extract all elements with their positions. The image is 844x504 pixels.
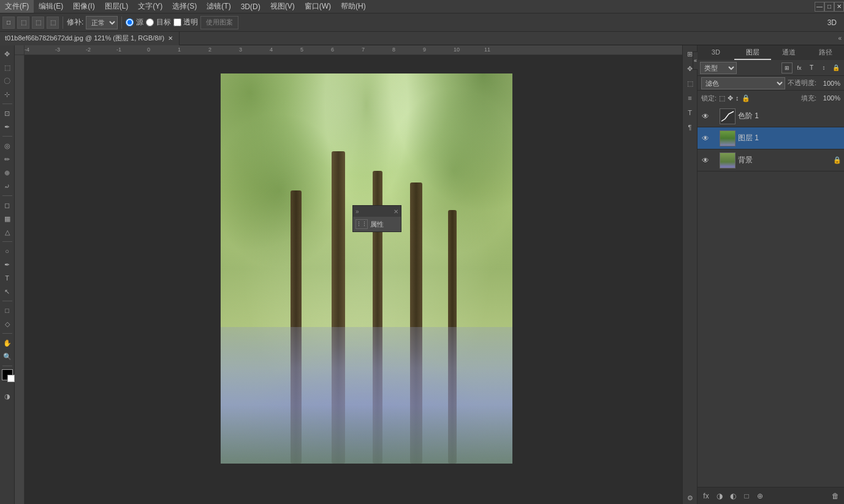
lock-icon2[interactable]: ✥: [728, 94, 733, 102]
ri-icon3[interactable]: ⬚: [684, 77, 696, 89]
menu-select[interactable]: 选择(S): [167, 0, 202, 13]
target-radio[interactable]: [146, 18, 154, 26]
tool-quick-mask[interactable]: ◑: [1, 390, 13, 402]
tool-zoom[interactable]: 🔍: [1, 350, 13, 363]
maximize-button[interactable]: □: [824, 2, 834, 12]
tab-layers[interactable]: 图层: [734, 45, 771, 60]
tool-crop[interactable]: ⊡: [1, 107, 13, 119]
canvas-tab[interactable]: t01b8ef66b782b672dd.jpg @ 121% (图层 1, RG…: [0, 32, 180, 45]
layer-thumb-curves: [720, 108, 736, 124]
foreground-color[interactable]: [2, 369, 13, 380]
menu-window[interactable]: 窗口(W): [300, 0, 336, 13]
blend-mode-select[interactable]: 滤色 正常 叠加: [701, 77, 785, 89]
menu-image[interactable]: 图像(I): [68, 0, 99, 13]
tab-channels[interactable]: 通道: [771, 45, 808, 60]
layer-visibility-bg[interactable]: 👁: [700, 156, 711, 165]
tool-select-rect[interactable]: ⬚: [1, 61, 13, 73]
create-layer-button[interactable]: ⊕: [754, 490, 766, 502]
rp-tool-text[interactable]: T: [806, 62, 817, 73]
ri-icon5[interactable]: T: [684, 107, 696, 119]
ruler-vertical: -2-1012345678910111213: [15, 55, 25, 504]
mode-select[interactable]: 正常: [86, 16, 118, 29]
fill-value[interactable]: 100%: [819, 94, 840, 102]
toolbar-shape4[interactable]: ⬚: [47, 17, 59, 29]
source-radio[interactable]: [126, 18, 134, 26]
tool-eraser[interactable]: ◻: [1, 199, 13, 211]
collapse-right[interactable]: «: [838, 35, 844, 42]
tool-spot-heal[interactable]: ◎: [1, 140, 13, 152]
tool-lasso[interactable]: 〇: [1, 75, 13, 87]
menu-filter[interactable]: 滤镜(T): [202, 0, 235, 13]
tool-hand[interactable]: ✋: [1, 337, 13, 349]
close-button[interactable]: ✕: [834, 2, 844, 12]
ri-icon6[interactable]: ¶: [684, 121, 696, 134]
svg-rect-0: [720, 109, 735, 124]
toolbar-shape2[interactable]: ⬚: [17, 17, 29, 29]
layer-item-curves[interactable]: 👁 色阶 1: [698, 105, 844, 127]
target-label: 目标: [156, 17, 171, 28]
create-adjustment-button[interactable]: ◐: [727, 490, 739, 502]
lock-icon1[interactable]: ⬚: [719, 94, 725, 102]
add-mask-button[interactable]: ◑: [713, 490, 726, 502]
menu-edit[interactable]: 编辑(E): [34, 0, 68, 13]
tool-eyedropper[interactable]: ✒: [1, 121, 13, 133]
tool-3d[interactable]: ◇: [1, 318, 13, 330]
fp-icon1[interactable]: ⋮⋮: [355, 219, 368, 229]
tool-path-select[interactable]: ↖: [1, 285, 13, 298]
canvas-area: -4-3-2-101234567891011 -2-10123456789101…: [15, 45, 682, 504]
layer-item-bg[interactable]: 👁 背景 🔒: [698, 149, 844, 171]
menu-file[interactable]: 文件(F): [0, 0, 34, 13]
layer-list: 👁 色阶 1 👁 图层 1 👁: [698, 105, 844, 487]
rp-tool-img[interactable]: ⊞: [781, 62, 793, 73]
toolbar: □ ⬚ ⬚ ⬚ 修补: 正常 源 目标 透明 使用图案 3D: [0, 13, 844, 32]
layers-bottom-toolbar: fx ◑ ◐ □ ⊕ 🗑: [698, 487, 844, 504]
menu-3d[interactable]: 3D(D): [236, 1, 265, 12]
opacity-value[interactable]: 100%: [819, 80, 840, 87]
menu-help[interactable]: 帮助(H): [336, 0, 371, 13]
tool-shape[interactable]: □: [1, 304, 13, 317]
tool-gradient[interactable]: ▦: [1, 213, 13, 225]
tool-pen[interactable]: ✒: [1, 258, 13, 271]
use-pattern-button[interactable]: 使用图案: [200, 16, 238, 29]
tool-brush[interactable]: ✏: [1, 153, 13, 165]
menu-layer[interactable]: 图层(L): [100, 0, 134, 13]
delete-layer-button[interactable]: 🗑: [829, 490, 842, 502]
rp-tool-arrow[interactable]: ↕: [818, 62, 829, 73]
create-group-button[interactable]: □: [740, 490, 753, 502]
3d-label: 3D: [827, 18, 837, 27]
ri-icon4[interactable]: ≡: [684, 92, 696, 104]
collapse-panel-button[interactable]: «: [693, 51, 698, 70]
tool-blur[interactable]: △: [1, 226, 13, 238]
layer-type-select[interactable]: 类型: [700, 62, 737, 74]
lock-icon3[interactable]: ↕: [736, 94, 739, 102]
tool-magic-wand[interactable]: ⊹: [1, 88, 13, 100]
layer-visibility-curves[interactable]: 👁: [700, 112, 711, 121]
rp-tool-lock[interactable]: 🔒: [831, 62, 842, 73]
menu-text[interactable]: 文字(Y): [133, 0, 167, 13]
toolbar-sep1: [63, 17, 63, 29]
tool-dodge[interactable]: ○: [1, 245, 13, 257]
rp-tool-fx[interactable]: fx: [794, 62, 805, 73]
lock-icon4[interactable]: 🔒: [742, 94, 750, 102]
layer-item-layer1[interactable]: 👁 图层 1: [698, 127, 844, 149]
canvas-viewport[interactable]: » ✕ ⋮⋮ 属性: [25, 55, 682, 504]
tab-paths[interactable]: 路径: [807, 45, 844, 60]
fp-expand[interactable]: »: [355, 208, 359, 215]
tool-move[interactable]: ✥: [1, 48, 13, 60]
layers-toolbar: 类型 ⊞ fx T ↕ 🔒: [698, 60, 844, 76]
toolbar-shape3[interactable]: ⬚: [32, 17, 44, 29]
transparent-checkbox[interactable]: [173, 18, 181, 26]
minimize-button[interactable]: —: [815, 2, 824, 12]
tab-close-button[interactable]: ✕: [167, 35, 174, 42]
tool-history-brush[interactable]: ⤾: [1, 180, 13, 192]
add-link-button[interactable]: fx: [700, 490, 712, 502]
tab-3d[interactable]: 3D: [698, 45, 734, 60]
tool-text[interactable]: T: [1, 272, 13, 284]
ri-settings[interactable]: ⚙: [684, 492, 696, 504]
tool-stamp[interactable]: ⊕: [1, 167, 13, 179]
toolbar-shape1[interactable]: □: [2, 17, 15, 29]
layer-visibility-layer1[interactable]: 👁: [700, 134, 711, 143]
menu-view[interactable]: 视图(V): [265, 0, 300, 13]
fp-close[interactable]: ✕: [393, 208, 398, 215]
layer-name-curves: 色阶 1: [738, 111, 842, 121]
